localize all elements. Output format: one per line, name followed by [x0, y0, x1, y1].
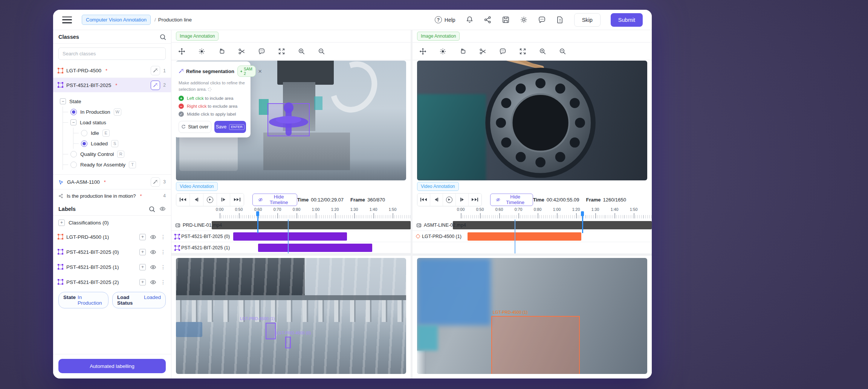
more-options-icon[interactable]: ⋮ [160, 279, 166, 285]
tree-option-ready-for-assembly[interactable]: Ready for Assembly T [70, 159, 166, 170]
rotate-tool-icon[interactable] [218, 48, 225, 55]
fullscreen-tool-icon[interactable] [278, 48, 285, 55]
tree-root-state[interactable]: − State [60, 96, 166, 107]
settings-icon[interactable] [520, 16, 528, 24]
breadcrumb-project-badge[interactable]: Computer Vision Annotation [82, 15, 151, 25]
classification-question-row[interactable]: Is the production line in motion? * 4 [53, 189, 171, 202]
submit-button[interactable]: Submit [611, 13, 643, 27]
label-row[interactable]: PST-4521-BIT-2025 (2) + ⋮ [53, 275, 171, 290]
notifications-icon[interactable] [466, 16, 474, 24]
automated-labelling-button[interactable]: Automated labelling [58, 359, 166, 373]
previous-frame-button[interactable] [430, 194, 443, 206]
class-row-ga-asm[interactable]: GA-ASM-1100 * 3 [53, 175, 171, 189]
add-attribute-icon[interactable]: + [139, 249, 146, 255]
bounding-box[interactable] [266, 323, 276, 339]
search-classes-input[interactable] [58, 47, 166, 60]
bounding-box[interactable] [491, 316, 580, 374]
radio-selected[interactable] [70, 109, 77, 115]
state-chip[interactable]: State In Production [58, 292, 108, 308]
move-tool-icon[interactable] [178, 48, 185, 55]
eye-icon[interactable] [150, 249, 156, 255]
menu-icon[interactable] [62, 17, 72, 23]
close-icon[interactable]: ✕ [258, 69, 262, 74]
document-icon[interactable] [556, 16, 564, 24]
comment-tool-icon[interactable] [258, 48, 265, 55]
comments-icon[interactable] [538, 16, 546, 24]
skip-to-end-button[interactable] [230, 194, 244, 206]
class-row-lgt[interactable]: LGT-PRD-4500 * 1 [53, 64, 171, 78]
eye-icon[interactable] [159, 206, 166, 212]
classifications-group-row[interactable]: + Classifications (0) [53, 216, 171, 229]
class-row-pst[interactable]: PST-4521-BIT-2025 * 2 [53, 78, 171, 92]
previous-frame-button[interactable] [190, 194, 203, 206]
auto-annotate-wand-button-active[interactable] [151, 81, 160, 90]
video-track-row[interactable]: ASMT-LINE-02.mp4 [413, 220, 652, 231]
comment-tool-icon[interactable] [499, 48, 506, 55]
video-canvas-bottom-left[interactable]: LGT-PRD-4500 (1) LGT-PRD-4500 (0) [176, 258, 406, 374]
eye-icon[interactable] [150, 264, 156, 270]
skip-to-end-button[interactable] [469, 194, 481, 206]
video-track-bar[interactable] [453, 221, 652, 229]
timeline-ruler[interactable]: 0:000:50 0:600:70 0:801:00 1:201:30 1:40… [171, 207, 411, 220]
tree-group-load-status[interactable]: − Load status [70, 117, 166, 128]
radio[interactable] [81, 130, 87, 136]
annotation-track-bar[interactable] [258, 244, 372, 252]
image-canvas-top-left[interactable]: Refine segmentation SAM 2 ✕ Make additio… [176, 61, 406, 180]
auto-annotate-wand-button[interactable] [151, 177, 160, 187]
collapse-icon[interactable]: − [70, 119, 76, 125]
label-row[interactable]: PST-4521-BIT-2025 (0) + ⋮ [53, 244, 171, 259]
video-track-bar[interactable] [212, 221, 411, 229]
skip-button[interactable]: Skip [574, 13, 601, 27]
annotation-track-row[interactable]: LGT-PRD-4500 (1) [413, 231, 652, 242]
zoom-out-tool-icon[interactable] [559, 48, 566, 55]
search-icon[interactable] [148, 206, 155, 212]
brightness-tool-icon[interactable] [439, 48, 446, 55]
video-canvas-bottom-right[interactable]: LGT-PRD-4500 (1) [417, 258, 647, 374]
brightness-tool-icon[interactable] [198, 48, 205, 55]
segmentation-bbox[interactable] [267, 103, 310, 136]
play-button[interactable] [443, 194, 456, 206]
load-status-chip[interactable]: Load Status Loaded [112, 292, 166, 308]
expand-plus-icon[interactable]: + [58, 220, 65, 226]
annotation-track-bar[interactable] [468, 232, 581, 241]
video-track-row[interactable]: PRD-LINE-01.mp4 [171, 220, 411, 231]
add-attribute-icon[interactable]: + [139, 264, 146, 270]
timeline[interactable]: 0:000:50 0:600:70 0:801:00 1:201:30 1:40… [413, 207, 652, 253]
radio[interactable] [70, 151, 77, 157]
fullscreen-tool-icon[interactable] [519, 48, 526, 55]
search-icon[interactable] [159, 34, 166, 40]
move-tool-icon[interactable] [419, 48, 426, 55]
tree-option-loaded[interactable]: Loaded S [81, 138, 166, 149]
cut-tool-icon[interactable] [479, 48, 486, 55]
hide-timeline-button[interactable]: Hide Timeline [490, 194, 533, 206]
tree-option-in-production[interactable]: In Production W [70, 107, 166, 117]
label-row[interactable]: LGT-PRD-4500 (1) + ⋮ [53, 229, 171, 244]
share-icon[interactable] [484, 16, 492, 24]
help-button[interactable]: ? Help [435, 16, 455, 23]
play-button[interactable] [203, 194, 217, 206]
timeline-ruler[interactable]: 0:000:50 0:600:70 0:801:00 1:201:30 1:40… [413, 207, 652, 220]
playhead[interactable] [582, 215, 583, 233]
auto-annotate-wand-button[interactable] [151, 66, 160, 75]
skip-to-start-button[interactable] [176, 194, 190, 206]
add-attribute-icon[interactable]: + [139, 234, 146, 240]
save-icon[interactable] [502, 16, 510, 24]
zoom-out-tool-icon[interactable] [318, 48, 325, 55]
tree-option-quality-control[interactable]: Quality Control R [70, 149, 166, 159]
eye-icon[interactable] [150, 279, 156, 285]
image-canvas-top-right[interactable] [417, 61, 647, 180]
skip-to-start-button[interactable] [417, 194, 430, 206]
next-frame-button[interactable] [456, 194, 469, 206]
tree-option-idle[interactable]: Idle E [81, 128, 166, 138]
more-options-icon[interactable]: ⋮ [160, 234, 166, 240]
add-attribute-icon[interactable]: + [139, 279, 146, 285]
bounding-box[interactable] [285, 337, 291, 348]
annotation-track-row[interactable]: PST-4521-BIT-2025 (1) [171, 242, 411, 253]
annotation-track-bar[interactable] [233, 232, 347, 241]
annotation-track-row[interactable]: PST-4521-BIT-2025 (0) [171, 231, 411, 242]
more-options-icon[interactable]: ⋮ [160, 249, 166, 255]
eye-icon[interactable] [150, 234, 156, 240]
collapse-icon[interactable]: − [60, 98, 66, 104]
next-frame-button[interactable] [217, 194, 231, 206]
save-button[interactable]: SaveENTER [214, 121, 246, 133]
